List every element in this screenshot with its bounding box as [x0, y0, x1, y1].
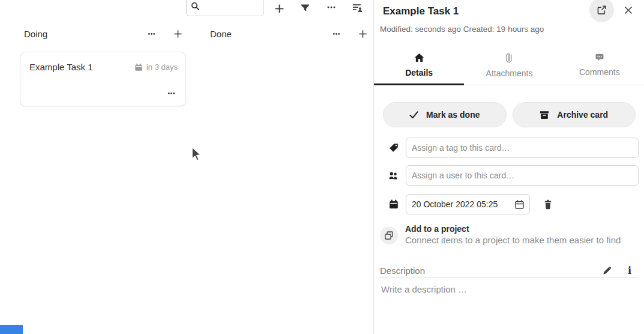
tag-field-row [374, 138, 644, 158]
close-panel-button[interactable] [621, 2, 636, 18]
panel-tabs: Details Attachments Comments [374, 47, 644, 85]
description-placeholder[interactable]: Write a description … [381, 284, 633, 326]
project-title: Add to a project [405, 223, 621, 234]
card-details-panel: Example Task 1 Modified: seconds ago Cre… [373, 0, 644, 334]
paperclip-icon [505, 53, 513, 63]
sort-list-person-icon [352, 3, 363, 13]
archive-icon [540, 111, 549, 120]
mouse-cursor [191, 146, 202, 163]
panel-meta: Modified: seconds ago Created: 19 hours … [380, 25, 544, 34]
remove-due-date-button[interactable] [540, 196, 556, 212]
external-link-icon [597, 5, 607, 15]
due-date-input[interactable] [406, 194, 530, 214]
tab-attachments[interactable]: Attachments [464, 47, 554, 85]
project-windows-icon [384, 231, 394, 240]
plus-icon [173, 29, 182, 38]
open-in-window-button[interactable] [589, 0, 614, 22]
task-card-header: Example Task 1 in 3 days [20, 52, 185, 72]
assign-tag-input[interactable] [406, 138, 639, 158]
edit-description-button[interactable] [599, 263, 615, 278]
project-icon-circle [380, 226, 398, 244]
add-card-button[interactable] [271, 1, 287, 16]
info-icon: i [628, 265, 631, 276]
column-title: Doing [24, 29, 47, 39]
card-actions: Mark as done Archive card [383, 102, 636, 127]
search-box[interactable] [186, 0, 264, 16]
column-done-add-button[interactable] [355, 26, 370, 41]
tab-label: Attachments [486, 68, 533, 78]
calendar-icon [388, 199, 399, 209]
accent-rectangle [0, 325, 23, 334]
add-to-project-row[interactable]: Add to a project Connect items to a proj… [380, 223, 621, 246]
archive-card-button[interactable]: Archive card [513, 102, 636, 127]
more-dots-icon [147, 29, 156, 38]
search-input[interactable] [200, 2, 263, 11]
open-calendar-button[interactable] [512, 197, 526, 211]
panel-title: Example Task 1 [383, 5, 459, 17]
archive-card-label: Archive card [557, 110, 608, 120]
description-header: Description i [380, 263, 639, 278]
assign-user-input[interactable] [406, 165, 639, 186]
plus-icon [274, 4, 284, 14]
close-icon [624, 6, 633, 14]
more-dots-icon [332, 29, 341, 38]
task-card-title: Example Task 1 [29, 62, 93, 72]
tab-label: Comments [579, 67, 620, 77]
tag-icon [388, 143, 399, 153]
users-icon [388, 171, 399, 180]
column-header-doing: Doing [24, 25, 185, 42]
tab-details[interactable]: Details [374, 47, 464, 85]
app-window: Doing Done [0, 0, 644, 334]
tab-label: Details [405, 68, 433, 77]
column-done-more-button[interactable] [329, 26, 343, 41]
board-more-button[interactable] [324, 0, 339, 15]
mark-as-done-button[interactable]: Mark as done [383, 102, 507, 127]
more-dots-icon [326, 2, 337, 13]
comment-icon [595, 53, 604, 62]
filter-button[interactable] [297, 0, 313, 16]
trash-icon [543, 199, 553, 210]
mark-as-done-label: Mark as done [426, 110, 480, 120]
column-header-done: Done [210, 25, 370, 42]
filter-funnel-icon [301, 4, 310, 13]
task-card-due: in 3 days [134, 62, 178, 71]
description-info-button[interactable]: i [622, 263, 637, 278]
user-field-row [374, 165, 644, 186]
kanban-board: Doing Done [0, 0, 373, 334]
calendar-icon [134, 63, 143, 71]
tab-comments[interactable]: Comments [555, 47, 644, 85]
pencil-icon [603, 266, 612, 275]
project-text: Add to a project Connect items to a proj… [405, 223, 621, 246]
sort-by-assignee-button[interactable] [349, 0, 365, 16]
calendar-outline-icon [514, 199, 525, 210]
checkmark-icon [409, 111, 418, 119]
plus-icon [358, 29, 367, 38]
more-dots-icon [167, 89, 176, 98]
card-more-button[interactable] [164, 86, 178, 100]
description-label: Description [380, 266, 425, 276]
column-doing-add-button[interactable] [170, 26, 185, 41]
search-icon [191, 2, 200, 11]
due-text: in 3 days [146, 62, 178, 71]
project-subtitle: Connect items to a project to make them … [405, 234, 621, 246]
date-field-row [374, 194, 644, 214]
date-input-wrap [406, 194, 530, 214]
column-doing-more-button[interactable] [144, 26, 158, 41]
home-icon [414, 53, 424, 62]
column-title: Done [210, 29, 232, 39]
task-card[interactable]: Example Task 1 in 3 days [20, 52, 186, 106]
